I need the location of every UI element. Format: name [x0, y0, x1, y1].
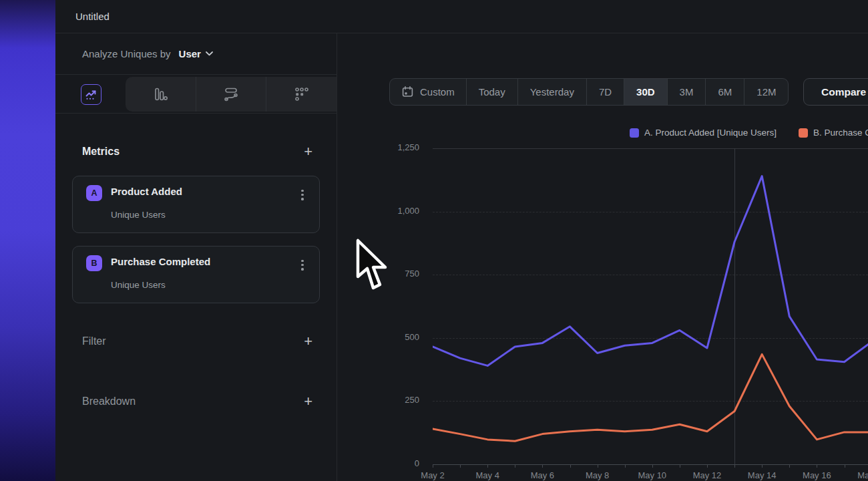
line-chart-plot: May 2May 4May 6May 8May 10May 12May 14Ma…	[433, 148, 868, 464]
y-axis-label: 500	[364, 332, 419, 342]
retention-grid-icon	[294, 87, 309, 102]
chart-lines	[433, 148, 868, 464]
x-axis-label: May 6	[519, 470, 566, 480]
metric-subtitle[interactable]: Unique Users	[111, 210, 166, 220]
metric-subtitle[interactable]: Unique Users	[111, 280, 166, 290]
analyze-by-label: Analyze Uniques by	[82, 48, 171, 59]
filter-label: Filter	[82, 335, 106, 347]
x-axis-tick	[570, 464, 571, 468]
x-axis-label: May 8	[574, 470, 621, 480]
range-3m[interactable]: 3M	[667, 79, 706, 105]
desktop-wallpaper	[0, 0, 55, 481]
x-axis-label: May 4	[464, 470, 511, 480]
filter-section-header: Filter +	[82, 332, 312, 351]
report-title[interactable]: Untitled	[75, 11, 110, 22]
screenshot-root: { "window": { "title": "Untitled" }, "si…	[0, 0, 868, 481]
metric-badge-a: A	[86, 185, 102, 201]
x-axis-tick	[762, 464, 763, 468]
x-axis-tick	[433, 464, 433, 468]
metrics-label: Metrics	[82, 146, 120, 158]
analytics-app-window: Untitled Analyze Uniques by User	[55, 0, 868, 481]
query-builder-panel: Analyze Uniques by User	[55, 33, 337, 481]
series-line	[433, 354, 868, 441]
metric-card-purchase-completed[interactable]: B Purchase Completed Unique Users	[72, 246, 320, 303]
x-axis-label: May 14	[738, 470, 785, 480]
range-today[interactable]: Today	[466, 79, 517, 105]
tab-flows[interactable]	[196, 77, 266, 112]
range-custom[interactable]: Custom	[390, 79, 466, 105]
insights-line-chart-icon	[85, 88, 97, 101]
add-filter-button[interactable]: +	[304, 335, 312, 348]
y-axis-label: 250	[364, 395, 419, 405]
x-axis-label: May 10	[629, 470, 676, 480]
range-6m[interactable]: 6M	[705, 79, 744, 105]
tab-strip	[126, 77, 337, 112]
chevron-down-icon	[206, 51, 213, 56]
y-axis-label: 1,000	[364, 206, 419, 216]
gridline	[433, 464, 868, 465]
range-yesterday[interactable]: Yesterday	[517, 79, 586, 105]
legend-item-b[interactable]: B. Purchase Completed [Unique Users]	[799, 128, 868, 138]
metric-title: Product Added	[111, 186, 182, 197]
x-axis-tick	[734, 464, 735, 468]
range-12m[interactable]: 12M	[744, 79, 788, 105]
y-axis-label: 0	[364, 458, 419, 468]
analyze-row: Analyze Uniques by User	[55, 33, 337, 75]
metric-badge-b: B	[86, 255, 102, 271]
calendar-icon	[401, 86, 414, 98]
metric-card-product-added[interactable]: A Product Added Unique Users	[72, 176, 320, 233]
y-axis-label: 1,250	[364, 142, 419, 152]
metric-title: Purchase Completed	[111, 256, 210, 267]
x-axis-tick	[789, 464, 790, 468]
x-axis-tick	[845, 464, 845, 468]
x-axis-tick	[515, 464, 515, 468]
kebab-menu-icon[interactable]	[299, 190, 306, 203]
range-7d[interactable]: 7D	[586, 79, 624, 105]
add-breakdown-button[interactable]: +	[304, 395, 312, 408]
breakdown-section-header: Breakdown +	[82, 392, 312, 411]
add-metric-button[interactable]: +	[304, 145, 312, 158]
top-bar: Untitled	[55, 0, 868, 33]
chart-panel: Custom Today Yesterday 7D 30D 3M 6M 12M …	[337, 33, 868, 481]
report-type-tabs	[55, 75, 337, 114]
date-range-control: Custom Today Yesterday 7D 30D 3M 6M 12M	[389, 78, 789, 106]
x-axis-label: May 12	[684, 470, 730, 480]
x-axis-label: May 2	[409, 470, 456, 480]
funnel-bars-icon	[153, 87, 168, 102]
x-axis-tick	[542, 464, 543, 468]
x-axis-tick	[598, 464, 598, 468]
x-axis-tick	[625, 464, 626, 468]
compare-button[interactable]: Compare	[803, 78, 868, 106]
legend-item-a[interactable]: A. Product Added [Unique Users]	[630, 128, 777, 138]
analyze-by-dropdown[interactable]: User	[179, 48, 213, 59]
x-axis-tick	[680, 464, 680, 468]
x-axis-tick	[817, 464, 817, 468]
breakdown-label: Breakdown	[82, 395, 136, 408]
x-axis-tick	[460, 464, 461, 468]
tab-insights[interactable]	[81, 84, 101, 105]
analyze-by-value: User	[179, 48, 201, 59]
kebab-menu-icon[interactable]	[299, 260, 306, 273]
legend-swatch-orange	[799, 128, 808, 138]
range-30d[interactable]: 30D	[624, 79, 667, 105]
x-axis-tick	[487, 464, 488, 468]
legend-swatch-purple	[630, 128, 639, 138]
x-axis-tick	[707, 464, 708, 468]
x-axis-label: May 16	[793, 470, 840, 480]
metrics-section-header: Metrics +	[82, 142, 312, 161]
tab-retention[interactable]	[266, 77, 337, 112]
x-axis-tick	[652, 464, 653, 468]
tab-funnels[interactable]	[126, 77, 196, 112]
series-line	[433, 176, 868, 366]
y-axis-label: 750	[364, 269, 419, 279]
x-axis-label: May 18	[849, 470, 868, 480]
flows-icon	[224, 87, 238, 102]
